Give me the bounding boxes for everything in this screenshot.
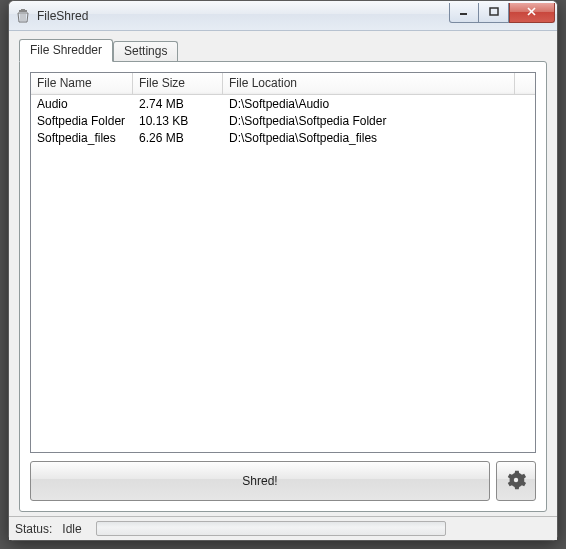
app-icon [15, 8, 31, 24]
svg-rect-6 [490, 8, 498, 15]
window-controls [449, 3, 555, 23]
cell-size: 10.13 KB [133, 114, 223, 128]
cell-name: Softpedia_files [31, 131, 133, 145]
maximize-button[interactable] [479, 3, 509, 23]
column-header-name[interactable]: File Name [31, 73, 133, 94]
titlebar[interactable]: FileShred [9, 1, 557, 31]
list-item[interactable]: Audio 2.74 MB D:\Softpedia\Audio [31, 95, 535, 112]
shred-button-label: Shred! [242, 474, 277, 488]
cell-location: D:\Softpedia\Softpedia Folder [223, 114, 535, 128]
cell-location: D:\Softpedia\Softpedia_files [223, 131, 535, 145]
shred-button[interactable]: Shred! [30, 461, 490, 501]
cell-size: 6.26 MB [133, 131, 223, 145]
tab-file-shredder[interactable]: File Shredder [19, 39, 113, 62]
tab-label: File Shredder [30, 43, 102, 57]
cell-size: 2.74 MB [133, 97, 223, 111]
tab-label: Settings [124, 44, 167, 58]
svg-rect-0 [19, 10, 27, 12]
column-header-size[interactable]: File Size [133, 73, 223, 94]
tab-strip: File Shredder Settings [19, 39, 547, 61]
action-button-row: Shred! [30, 461, 536, 501]
client-area: File Shredder Settings File Name File Si… [9, 31, 557, 516]
column-header-spacer [515, 73, 535, 94]
svg-rect-1 [21, 9, 25, 10]
status-bar: Status: Idle [9, 516, 557, 540]
list-item[interactable]: Softpedia Folder 10.13 KB D:\Softpedia\S… [31, 112, 535, 129]
listview-body[interactable]: Audio 2.74 MB D:\Softpedia\Audio Softped… [31, 95, 535, 452]
application-window: FileShred File Shredder Settings [8, 0, 558, 541]
settings-button[interactable] [496, 461, 536, 501]
file-listview[interactable]: File Name File Size File Location Audio … [30, 72, 536, 453]
close-button[interactable] [509, 3, 555, 23]
tab-panel-file-shredder: File Name File Size File Location Audio … [19, 61, 547, 512]
column-header-location[interactable]: File Location [223, 73, 515, 94]
status-label: Status: [15, 522, 52, 536]
window-title: FileShred [37, 9, 449, 23]
status-value: Idle [62, 522, 81, 536]
tab-settings[interactable]: Settings [113, 41, 178, 61]
gear-icon [505, 469, 527, 494]
progress-bar [96, 521, 446, 536]
cell-location: D:\Softpedia\Audio [223, 97, 535, 111]
list-item[interactable]: Softpedia_files 6.26 MB D:\Softpedia\Sof… [31, 129, 535, 146]
cell-name: Audio [31, 97, 133, 111]
cell-name: Softpedia Folder [31, 114, 133, 128]
svg-point-9 [514, 477, 518, 481]
listview-header: File Name File Size File Location [31, 73, 535, 95]
minimize-button[interactable] [449, 3, 479, 23]
